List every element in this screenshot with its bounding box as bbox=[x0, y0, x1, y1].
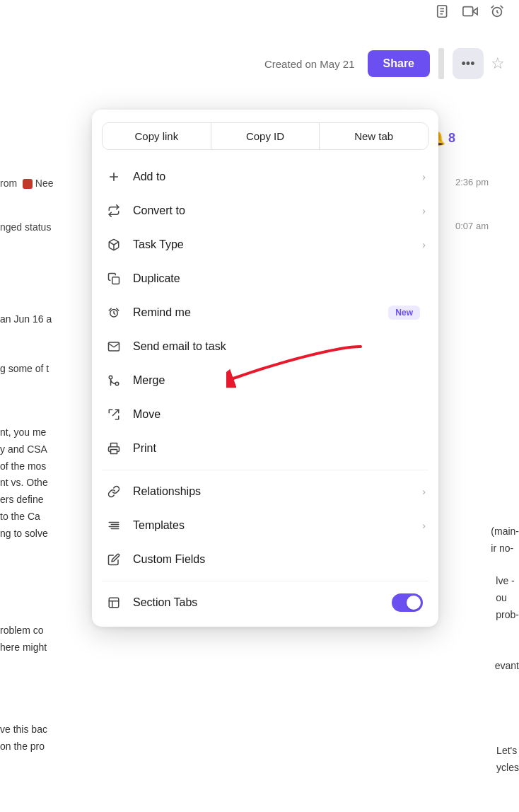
menu-item-duplicate[interactable]: Duplicate bbox=[92, 262, 438, 296]
bg-right-text3: evant bbox=[495, 658, 519, 673]
relationships-label: Relationships bbox=[133, 485, 422, 498]
new-badge: New bbox=[388, 306, 420, 320]
top-bar: Created on May 21 Share ••• ☆ bbox=[0, 42, 519, 85]
bg-body-left3: ve this bac on the pro bbox=[0, 721, 47, 755]
menu-item-send-email[interactable]: Send email to task bbox=[92, 330, 438, 364]
convert-to-label: Convert to bbox=[133, 204, 422, 217]
bg-from-text: rom Nee bbox=[0, 175, 53, 191]
svg-rect-5 bbox=[463, 7, 473, 16]
new-tab-tab[interactable]: New tab bbox=[320, 123, 428, 149]
templates-icon bbox=[105, 516, 123, 535]
bg-body-left: nt, you me y and CSA of the mos nt vs. O… bbox=[0, 424, 48, 543]
bg-right-text2: lve - ou prob- bbox=[496, 573, 519, 623]
alarm-icon bbox=[489, 4, 505, 23]
task-type-arrow: › bbox=[422, 239, 426, 250]
print-icon bbox=[105, 439, 123, 458]
remind-me-label: Remind me bbox=[133, 306, 388, 319]
divider-2 bbox=[102, 581, 428, 581]
menu-item-relationships[interactable]: Relationships › bbox=[92, 475, 438, 509]
section-tabs-label: Section Tabs bbox=[133, 596, 392, 609]
menu-item-add-to[interactable]: Add to › bbox=[92, 160, 438, 194]
email-icon bbox=[105, 337, 123, 356]
menu-item-templates[interactable]: Templates › bbox=[92, 509, 438, 543]
divider-line bbox=[438, 48, 444, 79]
bg-right-text: (main- ir no- bbox=[491, 523, 519, 557]
bg-snippet1: g some of t bbox=[0, 361, 49, 376]
plus-icon bbox=[105, 168, 123, 186]
menu-item-print[interactable]: Print bbox=[92, 431, 438, 465]
context-menu: Copy link Copy ID New tab Add to › bbox=[92, 110, 438, 627]
custom-fields-icon bbox=[105, 550, 123, 569]
convert-icon bbox=[105, 202, 123, 220]
tab-row: Copy link Copy ID New tab bbox=[102, 122, 428, 150]
merge-icon bbox=[105, 371, 123, 390]
duplicate-icon bbox=[105, 269, 123, 288]
alarm-clock-icon bbox=[105, 303, 123, 322]
menu-item-task-type[interactable]: Task Type › bbox=[92, 228, 438, 262]
custom-fields-label: Custom Fields bbox=[133, 553, 426, 566]
svg-line-7 bbox=[491, 6, 494, 8]
relationships-arrow: › bbox=[422, 486, 426, 497]
menu-item-merge[interactable]: Merge bbox=[92, 364, 438, 398]
svg-marker-4 bbox=[473, 8, 477, 14]
section-tabs-toggle-container bbox=[392, 593, 426, 612]
bg-right-text4: Let's ycles bbox=[496, 743, 519, 777]
menu-item-move[interactable]: Move bbox=[92, 398, 438, 431]
video-icon bbox=[462, 4, 478, 23]
star-button[interactable]: ☆ bbox=[491, 54, 505, 73]
svg-rect-12 bbox=[112, 277, 119, 284]
copy-id-tab[interactable]: Copy ID bbox=[211, 123, 320, 149]
share-button[interactable]: Share bbox=[368, 50, 430, 77]
notification-count: 8 bbox=[448, 131, 455, 146]
svg-line-8 bbox=[501, 6, 503, 8]
top-icons-row bbox=[436, 4, 505, 23]
document-icon bbox=[436, 4, 451, 23]
task-type-label: Task Type bbox=[133, 238, 422, 251]
send-email-label: Send email to task bbox=[133, 340, 426, 353]
menu-item-section-tabs[interactable]: Section Tabs bbox=[92, 586, 438, 620]
box-icon bbox=[105, 236, 123, 254]
menu-item-convert-to[interactable]: Convert to › bbox=[92, 194, 438, 228]
bg-time2: 0:07 am bbox=[455, 219, 519, 234]
print-label: Print bbox=[133, 442, 426, 455]
section-tabs-icon bbox=[105, 593, 123, 612]
more-dots-icon: ••• bbox=[462, 57, 475, 71]
add-to-label: Add to bbox=[133, 170, 422, 183]
divider-1 bbox=[102, 470, 428, 470]
menu-item-custom-fields[interactable]: Custom Fields bbox=[92, 543, 438, 576]
more-options-button[interactable]: ••• bbox=[453, 48, 484, 79]
bg-author: an Jun 16 a bbox=[0, 311, 52, 327]
svg-rect-23 bbox=[109, 598, 119, 608]
move-icon bbox=[105, 405, 123, 424]
bg-time1: 2:36 pm bbox=[455, 175, 519, 190]
menu-item-remind-me[interactable]: Remind me New bbox=[92, 296, 438, 330]
relationships-icon bbox=[105, 482, 123, 501]
templates-arrow: › bbox=[422, 520, 426, 531]
copy-link-tab[interactable]: Copy link bbox=[103, 123, 211, 149]
convert-to-arrow: › bbox=[422, 205, 426, 216]
add-to-arrow: › bbox=[422, 171, 426, 182]
created-date: Created on May 21 bbox=[264, 58, 355, 70]
move-label: Move bbox=[133, 408, 426, 421]
duplicate-label: Duplicate bbox=[133, 272, 426, 285]
bg-changed-status: nged status bbox=[0, 219, 51, 235]
section-tabs-toggle[interactable] bbox=[392, 593, 423, 612]
merge-label: Merge bbox=[133, 374, 426, 387]
templates-label: Templates bbox=[133, 519, 422, 532]
svg-rect-18 bbox=[111, 450, 117, 454]
star-icon: ☆ bbox=[491, 54, 505, 72]
bg-body-left2: roblem co here might bbox=[0, 622, 47, 656]
